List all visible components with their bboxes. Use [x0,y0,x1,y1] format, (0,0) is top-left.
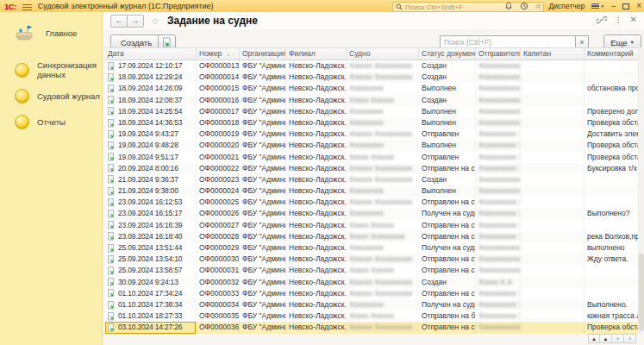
cell-org: ФБУ "Админист... [240,254,286,265]
cell-org: ФБУ "Админист... [240,83,286,94]
back-button[interactable]: ← [110,15,128,28]
table-row[interactable]: 23.09.2024 16:18:40ОФ0000028ФБУ "Админис… [105,231,638,242]
notifications-bell-icon[interactable] [504,2,513,10]
table-row[interactable]: 19.09.2024 9:43:27ОФ0000019ФБУ "Админист… [105,129,638,140]
table-row[interactable]: 21.09.2024 9:36:37ОФ0000023ФБУ "Админист… [105,174,638,185]
sidebar-item-sync[interactable]: Синхронизация данных [0,57,102,83]
table-row[interactable]: 21.09.2024 9:38:00ОФ0000024ФБУ "Админист… [105,185,638,197]
table-row[interactable]: 01.10.2024 17:34:24ОФ0000033ФБУ "Админис… [105,288,638,299]
cell-number: ОФ0000027 [197,220,240,231]
cell-branch: Невско-Ладожск... [286,208,347,219]
window-maximize-button[interactable] [622,3,629,9]
cell-comment [585,277,638,288]
cell-date: 25.09.2024 13:51:44 [105,242,197,254]
user-menu-button[interactable]: ▼ [591,2,604,10]
chevron-down-icon: ▼ [600,3,604,9]
cell-date: 01.10.2024 17:38:34 [105,299,197,310]
document-posted-icon [108,187,116,196]
cell-branch: Невско-Ладожск... [286,83,347,94]
global-search-placeholder: Поиск Ctrl+Shift+F [405,3,463,11]
window-close-button[interactable]: × [636,2,641,10]
sidebar-item-reports[interactable]: Отчеты [0,109,102,135]
cell-vessel: Ххххххххх [347,208,419,219]
cell-status: Выполнен [419,106,476,117]
close-form-icon[interactable]: ✕ [630,15,637,24]
cell-status: Отправлен на бе... [419,310,476,322]
sidebar-item-journal[interactable]: Судовой журнал [0,83,102,109]
go-to-top-button[interactable]: ▲ [588,334,600,343]
column-header-branch[interactable]: Филиал [286,48,347,60]
cell-comment: Доставить элект... [585,129,638,140]
cell-branch: Невско-Ладожск... [286,299,347,310]
main-menu-icon[interactable] [22,3,32,9]
cell-comment: Выполнено. [585,299,638,310]
column-header-comment[interactable]: Комментарий [585,48,638,60]
page-down-button[interactable]: ▼ [612,334,624,343]
table-row[interactable]: 03.10.2024 14:27:26ОФ0000036ФБУ "Админис… [105,322,638,333]
cell-org: ФБУ "Админист... [240,174,286,185]
cell-number: ОФ0000031 [197,265,240,276]
cell-comment: Жду ответа. [585,254,638,265]
cell-org: ФБУ "Админист... [240,299,286,310]
table-row[interactable]: 23.09.2024 16:15:17ОФ0000026ФБУ "Админис… [105,208,638,219]
document-posted-icon [108,301,116,310]
cell-comment: Проверено допо... [585,106,638,117]
cell-vessel: Ххххххххх [347,140,419,151]
window-minimize-button[interactable]: – [611,2,616,10]
column-header-date[interactable]: Дата [105,48,197,60]
cell-status: Отправлен на су... [419,197,476,208]
cell-comment: южная трасса Л... [585,310,638,322]
table-row[interactable]: 18.09.2024 12:08:37ОФ0000016ФБУ "Админис… [105,95,638,106]
more-options-kebab-icon[interactable]: ⋮ [615,16,622,24]
table-row[interactable]: 18.09.2024 12:29:24ОФ0000014ФБУ "Админис… [105,72,638,83]
cell-branch: Невско-Ладожск... [286,310,347,322]
column-header-status[interactable]: Статус документа [419,48,476,60]
column-header-vessel[interactable]: Судно [347,48,419,60]
vertical-scrollbar[interactable] [638,47,644,333]
column-header-sender[interactable]: Отправитель [476,48,521,60]
sidebar-item-glavnoe[interactable]: Главное [0,16,102,50]
cell-number: ОФ0000017 [197,106,240,117]
table-row[interactable]: 23.09.2024 16:12:53ОФ0000025ФБУ "Админис… [105,197,638,208]
table-row[interactable]: 01.10.2024 18:27:33ОФ0000035ФБУ "Админис… [105,310,638,322]
favorites-star-icon[interactable]: ☆ [535,2,542,10]
cell-status: Отправлен [419,129,476,140]
column-header-captain[interactable]: Капитан [521,48,585,60]
cell-number: ОФ0000034 [197,299,240,310]
column-header-number[interactable]: Номер↓ [197,48,240,60]
table-row[interactable]: 17.09.2024 12:10:17ОФ0000013ФБУ "Админис… [105,60,638,72]
table-row[interactable]: 18.09.2024 14:26:09ОФ0000015ФБУ "Админис… [105,83,638,94]
cell-number: ОФ0000033 [197,288,240,299]
close-icon: × [579,38,584,47]
column-header-org[interactable]: Организация [240,48,286,60]
table-row[interactable]: 25.09.2024 13:58:57ОФ0000031ФБУ "Админис… [105,265,638,276]
cell-captain [521,106,585,117]
forward-button[interactable]: → [128,15,144,28]
document-posted-icon [108,267,116,275]
history-clock-icon[interactable] [520,2,528,10]
page-up-button[interactable]: ▲ [600,334,612,343]
table-row[interactable]: 25.09.2024 13:51:44ОФ0000029ФБУ "Админис… [105,242,638,254]
cell-status: Получен на судне [419,208,476,219]
cell-sender: Хххххххххх Х.Х. [476,288,521,299]
cell-branch: Невско-Ладожск... [286,220,347,231]
table-row[interactable]: 18.09.2024 14:36:53ОФ0000018ФБУ "Админис… [105,117,638,129]
cell-org: ФБУ "Админист... [240,197,286,208]
table-row[interactable]: 19.09.2024 9:51:17ОФ0000021ФБУ "Админист… [105,152,638,163]
table-row[interactable]: 18.09.2024 14:25:54ОФ0000017ФБУ "Админис… [105,106,638,117]
cell-number: ОФ0000035 [197,310,240,322]
document-posted-icon [108,153,116,161]
cell-status: Отправлен на су... [419,322,476,333]
table-row[interactable]: 20.09.2024 8:00:16ОФ0000022ФБУ "Админист… [105,163,638,174]
table-row[interactable]: 25.09.2024 13:54:10ОФ0000030ФБУ "Админис… [105,254,638,265]
get-link-icon[interactable] [597,16,607,24]
table-row[interactable]: 23.09.2024 16:16:39ОФ0000027ФБУ "Админис… [105,220,638,231]
table-row[interactable]: 19.09.2024 9:48:28ОФ0000020ФБУ "Админист… [105,140,638,151]
table-row[interactable]: 30.09.2024 9:24:13ОФ0000032ФБУ "Админист… [105,277,638,288]
go-to-bottom-button[interactable]: ▼ [624,334,636,343]
favorite-star-icon[interactable]: ☆ [151,16,159,27]
cell-number: ОФ0000018 [197,117,240,129]
document-posted-icon [108,255,116,264]
scrollbar-thumb[interactable] [639,254,644,331]
table-row[interactable]: 01.10.2024 17:38:34ОФ0000034ФБУ "Админис… [105,299,638,310]
